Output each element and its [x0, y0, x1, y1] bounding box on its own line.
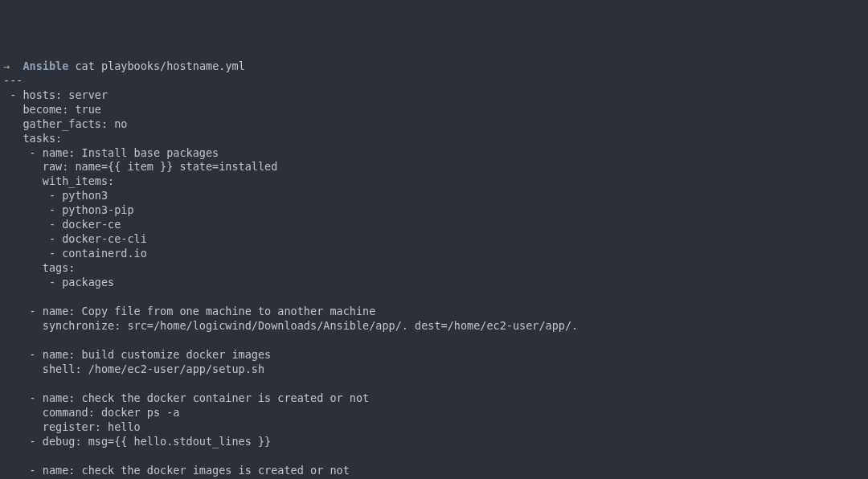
- terminal[interactable]: → Ansible cat playbooks/hostname.yml ---…: [0, 58, 868, 479]
- output-line: gather_facts: no: [3, 117, 127, 130]
- output-line: tasks:: [3, 132, 62, 145]
- output-line: - python3-pip: [3, 203, 134, 216]
- output-line: tags:: [3, 261, 75, 274]
- output-line: - debug: msg={{ hello.stdout_lines }}: [3, 435, 271, 448]
- prompt-cwd: Ansible: [23, 59, 68, 72]
- output-line: command: docker ps -a: [3, 406, 179, 419]
- output-line: shell: /home/ec2-user/app/setup.sh: [3, 362, 264, 375]
- output-line: - name: Copy file from one machine to an…: [3, 305, 375, 317]
- output-line: - python3: [3, 189, 108, 202]
- output-line: ---: [3, 74, 23, 87]
- output-line: register: hello: [3, 420, 141, 433]
- output-line: - hosts: server: [3, 88, 108, 101]
- output-line: - docker-ce-cli: [3, 232, 147, 245]
- output-line: raw: name={{ item }} state=installed: [3, 160, 277, 173]
- output-line: - name: Install base packages: [3, 146, 219, 159]
- command-text: cat playbooks/hostname.yml: [75, 59, 244, 72]
- output-line: with_items:: [3, 174, 114, 187]
- output-line: - name: build customize docker images: [3, 348, 271, 361]
- output-line: - name: check the docker images is creat…: [3, 464, 350, 477]
- output-line: - name: check the docker container is cr…: [3, 391, 369, 404]
- output-line: synchronize: src=/home/logicwind/Downloa…: [3, 319, 578, 332]
- output-line: - docker-ce: [3, 218, 121, 231]
- output-line: - containerd.io: [3, 247, 147, 260]
- output-line: - packages: [3, 276, 114, 289]
- output-line: become: true: [3, 103, 101, 116]
- prompt-arrow: →: [3, 59, 10, 72]
